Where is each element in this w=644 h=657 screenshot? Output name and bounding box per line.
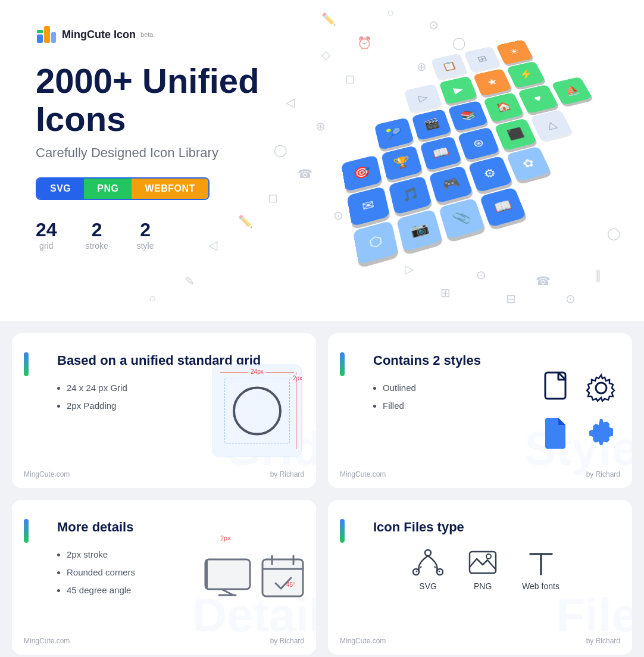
svg-rect-2 bbox=[44, 26, 50, 43]
card-accent-4 bbox=[340, 519, 345, 543]
card-accent-3 bbox=[24, 519, 29, 543]
tile-blue: 📖 bbox=[479, 187, 526, 227]
svg-file-icon bbox=[412, 548, 443, 577]
filled-document-icon bbox=[542, 415, 573, 451]
tile-blue: 🏆 bbox=[381, 145, 423, 181]
tile-ghost: △ bbox=[530, 110, 573, 142]
card-details: Detail More details 2px stroke Rounded c… bbox=[12, 500, 316, 655]
stat-grid: 24 grid bbox=[36, 219, 57, 251]
tile-lightblue: ⬡ bbox=[353, 221, 399, 265]
stat-grid-label: grid bbox=[36, 241, 57, 251]
svg-badge[interactable]: SVG bbox=[37, 179, 84, 199]
svg-rect-0 bbox=[37, 35, 43, 43]
footer-right-1: by Richard bbox=[270, 470, 304, 478]
tile-green: 🏠 bbox=[483, 92, 524, 123]
calendar-icon: 45° bbox=[259, 552, 307, 600]
watermark-4: File bbox=[556, 588, 632, 643]
png-type-label: PNG bbox=[474, 581, 492, 591]
tile-empty bbox=[519, 177, 567, 216]
footer-left-4: MingCute.com bbox=[340, 637, 386, 645]
measure-24px-label: 24px bbox=[248, 368, 266, 373]
style-icons bbox=[542, 370, 618, 451]
card-styles-title: Contains 2 styles bbox=[373, 352, 613, 370]
card-filetypes: File Icon Files type SVG bbox=[328, 500, 632, 655]
tile-blue: 🎯 bbox=[341, 155, 382, 192]
tile-empty bbox=[543, 137, 588, 171]
logo-text: MingCute Icon bbox=[62, 29, 136, 41]
png-type-item: PNG bbox=[467, 548, 498, 591]
svg-rect-3 bbox=[51, 32, 56, 43]
svg-rect-8 bbox=[205, 559, 208, 589]
footer-left-3: MingCute.com bbox=[24, 637, 70, 645]
svg-rect-7 bbox=[205, 559, 250, 589]
monitor-icon bbox=[202, 556, 253, 598]
measure-24px: 24px bbox=[220, 373, 294, 373]
measure-2px: 2px bbox=[296, 373, 296, 449]
bg-icon-10: ☎ bbox=[298, 167, 312, 181]
stat-style-num: 2 bbox=[137, 219, 154, 241]
stat-stroke-num: 2 bbox=[86, 219, 108, 241]
outlined-document-icon bbox=[542, 370, 573, 406]
svg-rect-1 bbox=[37, 30, 43, 33]
bg-icon-15: ○ bbox=[149, 292, 156, 305]
calendar-container: 45° bbox=[259, 552, 307, 602]
tile-blue: 🎾 bbox=[374, 117, 414, 150]
tile-empty bbox=[336, 126, 375, 160]
bg-icon-14: ✎ bbox=[185, 274, 195, 288]
tile-blue: 📚 bbox=[448, 101, 488, 132]
tile-blue: ⊛ bbox=[457, 127, 500, 161]
card-footer-2: MingCute.com by Richard bbox=[340, 470, 620, 478]
svg-point-22 bbox=[486, 554, 491, 559]
stat-style: 2 style bbox=[137, 219, 154, 251]
tile-empty bbox=[397, 61, 434, 88]
card-grid: Grid Based on a unified standard grid 24… bbox=[12, 333, 316, 488]
svg-point-5 bbox=[596, 383, 607, 393]
cards-section: Grid Based on a unified standard grid 24… bbox=[0, 321, 644, 657]
webfonts-type-label: Web fonts bbox=[522, 581, 559, 591]
svg-rect-11 bbox=[262, 559, 303, 596]
card-footer-1: MingCute.com by Richard bbox=[24, 470, 304, 478]
bg-icon-11: ◻ bbox=[268, 190, 278, 205]
tile-green: ⚡ bbox=[507, 61, 546, 89]
measure-2px-label: 2px bbox=[292, 375, 304, 381]
card-accent-1 bbox=[24, 352, 29, 376]
svg-type-label: SVG bbox=[419, 581, 437, 591]
stat-stroke-label: stroke bbox=[86, 241, 108, 251]
grid-diagram: 24px 2px bbox=[212, 365, 302, 457]
tile-blue: 🎬 bbox=[411, 109, 452, 141]
tile-blue: ✉ bbox=[346, 186, 390, 227]
footer-right-3: by Richard bbox=[270, 637, 304, 645]
tile-empty bbox=[579, 127, 625, 161]
detail-measure-label: 2px bbox=[220, 534, 231, 542]
tile-orange: ★ bbox=[473, 68, 512, 96]
footer-left-2: MingCute.com bbox=[340, 470, 386, 478]
webfonts-type-item: Web fonts bbox=[522, 548, 559, 591]
outlined-gear-icon bbox=[584, 371, 618, 405]
card-styles: Style Contains 2 styles Outlined Filled bbox=[328, 333, 632, 488]
svg-point-16 bbox=[425, 550, 431, 556]
file-types-row: SVG PNG Web fonts bbox=[359, 548, 613, 591]
tile-ghost: 📋 bbox=[431, 54, 468, 80]
hero-title: 2000+ Unified Icons bbox=[36, 62, 321, 138]
svg-text:45°: 45° bbox=[286, 581, 295, 588]
beta-badge: beta bbox=[140, 31, 153, 38]
tile-lightblue: ✿ bbox=[506, 146, 551, 182]
stat-grid-num: 24 bbox=[36, 219, 57, 241]
tile-empty bbox=[527, 33, 565, 57]
logo-icon bbox=[36, 24, 57, 45]
card-filetypes-title: Icon Files type bbox=[373, 519, 613, 536]
tile-ghost: ⊞ bbox=[464, 46, 501, 73]
tile-empty bbox=[368, 92, 406, 122]
hero-visual: 📋 ⊞ ☀ ▷ ▶ ★ ⚡ 🎾 🎬 📚 🏠 ♥ ⛵ bbox=[323, 0, 644, 321]
tile-blue: 🎮 bbox=[429, 165, 473, 204]
png-file-icon bbox=[467, 548, 498, 577]
format-badges: SVG PNG WEBFONT bbox=[36, 177, 210, 200]
card-footer-4: MingCute.com by Richard bbox=[340, 637, 620, 645]
tile-green: ▶ bbox=[439, 76, 477, 105]
webfont-badge[interactable]: WEBFONT bbox=[132, 179, 208, 199]
tile-blue: 🎵 bbox=[388, 176, 432, 215]
iso-tile-grid: 📋 ⊞ ☀ ▷ ▶ ★ ⚡ 🎾 🎬 📚 🏠 ♥ ⛵ bbox=[327, 26, 644, 265]
tile-blue: 📖 bbox=[420, 136, 462, 170]
png-badge[interactable]: PNG bbox=[84, 179, 132, 199]
tile-empty bbox=[565, 101, 608, 132]
